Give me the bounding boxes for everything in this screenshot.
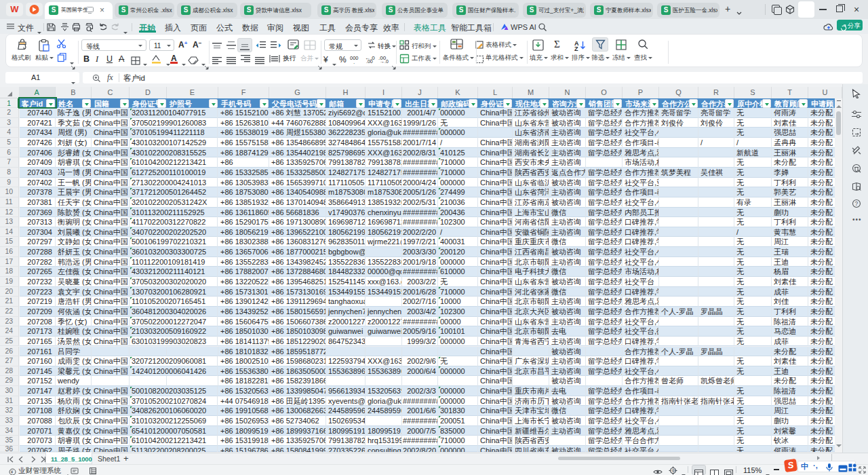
svg-text:中: 中 bbox=[671, 468, 676, 473]
svg-text:¥: ¥ bbox=[11, 470, 14, 474]
svg-text:,: , bbox=[353, 59, 355, 64]
svg-text:→.0: →.0 bbox=[380, 59, 389, 63]
svg-text:.00: .00 bbox=[366, 59, 373, 63]
svg-text:Z: Z bbox=[574, 45, 578, 51]
svg-text:?: ? bbox=[855, 200, 859, 207]
